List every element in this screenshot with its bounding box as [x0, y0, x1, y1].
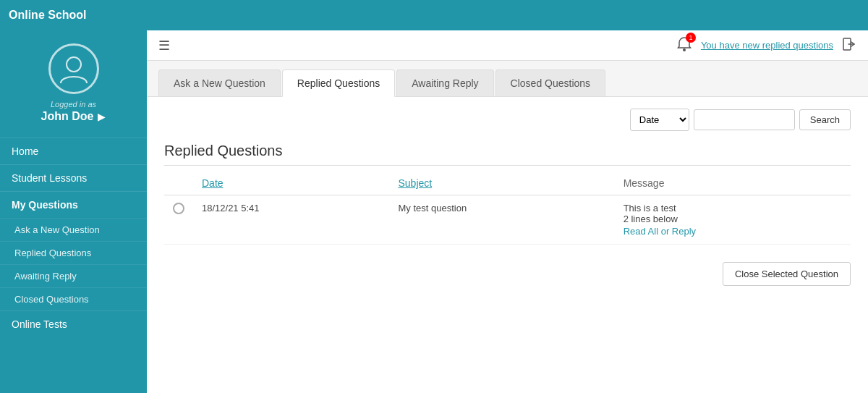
- close-selected-question-button[interactable]: Close Selected Question: [723, 262, 851, 286]
- sidebar: Logged in as John Doe ▶ Home Student Les…: [0, 30, 147, 393]
- tab-ask-new-question[interactable]: Ask a New Question: [158, 69, 281, 96]
- section-heading: Replied Questions: [164, 143, 851, 166]
- sidebar-logout-icon[interactable]: ▶: [98, 111, 106, 122]
- row-message: This is a test 2 lines below Read All or…: [615, 195, 851, 245]
- notification-link[interactable]: You have new replied questions: [701, 40, 833, 51]
- table-row: 18/12/21 5:41 My test question This is a…: [164, 195, 851, 245]
- content-area: ☰ 1 You have new replied questions: [147, 30, 868, 393]
- username-row: John Doe ▶: [41, 110, 106, 123]
- avatar: [48, 43, 99, 94]
- tabs-bar: Ask a New Question Replied Questions Awa…: [147, 61, 868, 97]
- svg-point-0: [67, 57, 81, 72]
- app-header: Online School: [0, 0, 868, 30]
- row-radio-cell: [164, 195, 193, 245]
- tab-awaiting-reply[interactable]: Awaiting Reply: [396, 69, 493, 96]
- sidebar-item-online-tests[interactable]: Online Tests: [0, 310, 147, 337]
- sidebar-item-replied-questions[interactable]: Replied Questions: [0, 241, 147, 264]
- content-topbar: ☰ 1 You have new replied questions: [147, 30, 868, 61]
- col-select: [164, 172, 193, 195]
- questions-table: Date Subject Message 18/12/21 5:41 My te…: [164, 172, 851, 245]
- row-subject: My test question: [389, 195, 614, 245]
- notification-bell[interactable]: 1: [676, 36, 692, 55]
- row-radio-button[interactable]: [173, 203, 184, 214]
- sidebar-item-home[interactable]: Home: [0, 138, 147, 164]
- col-date[interactable]: Date: [193, 172, 389, 195]
- subject-sort-link[interactable]: Subject: [398, 177, 432, 189]
- main-layout: Logged in as John Doe ▶ Home Student Les…: [0, 30, 868, 393]
- row-date: 18/12/21 5:41: [193, 195, 389, 245]
- app-title: Online School: [9, 9, 859, 22]
- search-button[interactable]: Search: [799, 109, 851, 130]
- svg-point-1: [683, 48, 686, 51]
- top-logout-icon[interactable]: [842, 37, 856, 54]
- hamburger-icon[interactable]: ☰: [158, 38, 170, 54]
- col-message: Message: [615, 172, 851, 195]
- logged-in-label: Logged in as: [51, 100, 96, 109]
- search-input[interactable]: [694, 109, 795, 130]
- date-sort-link[interactable]: Date: [202, 177, 224, 189]
- tab-closed-questions[interactable]: Closed Questions: [495, 69, 606, 96]
- sort-select[interactable]: Date Subject: [630, 109, 689, 131]
- message-line2: 2 lines below: [624, 214, 678, 224]
- read-all-or-reply-link[interactable]: Read All or Reply: [624, 226, 842, 237]
- sidebar-item-closed-questions[interactable]: Closed Questions: [0, 287, 147, 310]
- action-row: Close Selected Question: [164, 262, 851, 292]
- sidebar-section-my-questions: My Questions: [0, 191, 147, 218]
- table-header-row: Date Subject Message: [164, 172, 851, 195]
- sidebar-item-awaiting-reply[interactable]: Awaiting Reply: [0, 264, 147, 287]
- username-text: John Doe: [41, 110, 94, 123]
- sidebar-item-student-lessons[interactable]: Student Lessons: [0, 164, 147, 191]
- sidebar-user-section: Logged in as John Doe ▶: [0, 30, 147, 132]
- notification-area: 1 You have new replied questions: [676, 36, 856, 55]
- search-row: Date Subject Search: [164, 109, 851, 131]
- message-line1: This is a test: [624, 203, 676, 214]
- notification-badge: 1: [686, 33, 696, 43]
- main-panel: Date Subject Search Replied Questions Da…: [147, 97, 868, 393]
- sidebar-item-ask-new-question[interactable]: Ask a New Question: [0, 218, 147, 241]
- col-subject[interactable]: Subject: [389, 172, 614, 195]
- sidebar-nav: Home Student Lessons My Questions Ask a …: [0, 138, 147, 393]
- tab-replied-questions[interactable]: Replied Questions: [282, 69, 395, 97]
